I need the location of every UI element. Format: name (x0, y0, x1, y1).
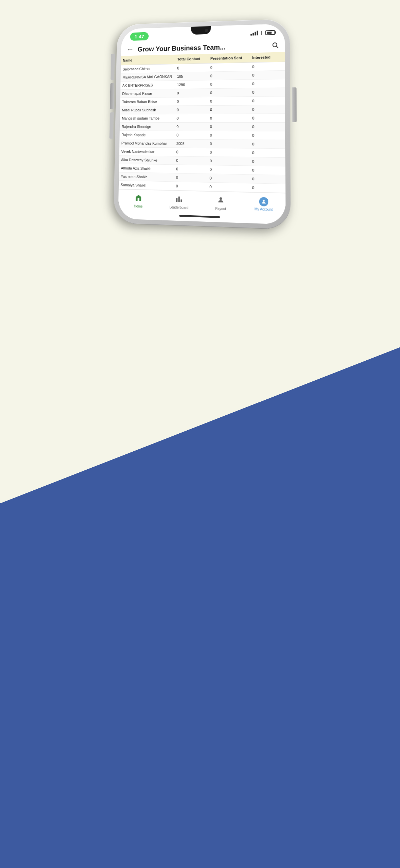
signal-icon (250, 31, 258, 36)
cell-interested: 0 (250, 96, 285, 105)
nav-leaderboard[interactable]: Leaderboard (158, 193, 199, 212)
cell-presentation-sent: 0 (208, 79, 250, 89)
cell-name: Saiprasad Chitnis (120, 64, 175, 73)
cell-total-contact: 0 (174, 182, 207, 191)
cell-interested: 0 (250, 140, 285, 148)
cell-presentation-sent: 0 (208, 131, 250, 140)
nav-account-label: My Account (254, 207, 272, 212)
svg-rect-3 (176, 198, 177, 202)
wifi-icon: ⌊ (261, 30, 262, 35)
camera-dot (205, 29, 208, 32)
cell-interested: 0 (250, 79, 285, 88)
cell-interested: 0 (250, 166, 285, 175)
cell-total-contact: 0 (174, 156, 208, 165)
cell-name: Rajesh Kapade (119, 131, 174, 139)
cell-presentation-sent: 0 (208, 140, 250, 148)
phone-frame: 1:47 ⌊ (113, 19, 290, 230)
cell-interested: 0 (250, 105, 285, 114)
cell-name: MEHRUNNISA MALGAONKAR (120, 72, 175, 82)
cell-name: Alka Dattatray Salunke (119, 156, 174, 165)
cell-total-contact: 0 (174, 114, 208, 122)
cell-name: AK ENTERPRISES (120, 80, 175, 89)
battery-icon (265, 30, 275, 35)
svg-point-6 (219, 197, 222, 200)
page-title: Grow Your Business Team... (137, 42, 267, 53)
cell-presentation-sent: 0 (207, 174, 250, 183)
nav-leaderboard-label: Leaderboard (169, 205, 188, 210)
cell-name: Yasmeen Shaikh (119, 172, 174, 182)
cell-total-contact: 1290 (175, 80, 208, 89)
status-icons: ⌊ (250, 30, 275, 36)
table-row: Mangesh sudam Tambe 0 0 0 (120, 114, 285, 123)
cell-presentation-sent: 0 (208, 148, 250, 157)
cell-name: Pramod Mohandas Kumbhar (119, 139, 174, 148)
cell-total-contact: 0 (174, 122, 208, 131)
cell-name: Misal Rupali Subhash (120, 106, 174, 114)
nav-payout[interactable]: Payout (199, 194, 242, 213)
col-presentation-sent: Presentation Sent (208, 53, 250, 64)
payout-icon (217, 196, 224, 206)
cell-total-contact: 0 (174, 131, 208, 139)
cell-interested: 0 (250, 148, 285, 158)
nav-home-label: Home (134, 204, 142, 209)
cell-presentation-sent: 0 (208, 122, 250, 131)
cell-interested: 0 (250, 157, 285, 166)
status-time: 1:47 (130, 32, 149, 41)
cell-total-contact: 2008 (174, 139, 208, 148)
cell-name: Sumaiya Shaikh (118, 181, 174, 190)
cell-interested: 0 (250, 175, 285, 184)
cell-name: Tukaram Baban Bhise (120, 97, 175, 106)
nav-my-account[interactable]: My Account (242, 195, 286, 214)
cell-name: Vevek Naniwadeckar (119, 147, 174, 156)
cell-total-contact: 0 (174, 148, 208, 157)
cell-presentation-sent: 0 (208, 97, 250, 106)
cell-interested: 0 (250, 88, 285, 96)
cell-name: Mangesh sudam Tambe (120, 114, 175, 123)
table-row: Rajendra Shendge 0 0 0 (119, 122, 285, 131)
cell-interested: 0 (250, 62, 285, 71)
cell-total-contact: 0 (174, 165, 207, 174)
cell-name: Alhuda Aziz Shaikh (119, 164, 174, 173)
home-bar (179, 215, 220, 218)
svg-rect-2 (137, 198, 139, 201)
cell-presentation-sent: 0 (208, 114, 250, 122)
cell-presentation-sent: 0 (208, 88, 250, 97)
cell-total-contact: 0 (174, 106, 208, 114)
cell-total-contact: 0 (175, 97, 208, 106)
table-row: Rajesh Kapade 0 0 0 (119, 131, 285, 140)
notch (191, 26, 211, 35)
cell-total-contact: 185 (175, 72, 208, 80)
svg-point-7 (263, 200, 265, 202)
table-row: Misal Rupali Subhash 0 0 0 (120, 105, 285, 114)
cell-name: Dhammapal Pawar (120, 89, 175, 98)
search-button[interactable] (271, 41, 279, 50)
data-table: Name Total Contact Presentation Sent Int… (118, 52, 285, 193)
cell-presentation-sent: 0 (208, 62, 250, 72)
col-name: Name (121, 55, 175, 65)
back-button[interactable]: ← (127, 45, 134, 54)
cell-interested: 0 (250, 131, 285, 140)
account-icon (259, 197, 268, 206)
home-icon (135, 194, 142, 203)
phone-device: 1:47 ⌊ (113, 19, 290, 230)
nav-home[interactable]: Home (118, 192, 158, 210)
svg-rect-4 (178, 197, 179, 202)
leaderboard-icon (175, 195, 183, 205)
cell-presentation-sent: 0 (208, 105, 250, 114)
table-row: Tukaram Baban Bhise 0 0 0 (120, 96, 285, 106)
cell-total-contact: 0 (175, 64, 208, 72)
svg-rect-5 (180, 199, 182, 202)
cell-presentation-sent: 0 (208, 157, 250, 166)
svg-point-0 (273, 42, 277, 47)
cell-name: Rajendra Shendge (119, 123, 174, 131)
cell-total-contact: 0 (174, 173, 207, 182)
cell-total-contact: 0 (175, 89, 208, 97)
col-interested: Interested (250, 52, 285, 62)
cell-presentation-sent: 0 (207, 165, 250, 175)
cell-interested: 0 (250, 122, 285, 131)
col-total-contact: Total Contact (175, 54, 208, 64)
svg-line-1 (276, 46, 278, 48)
cell-interested: 0 (250, 114, 285, 123)
nav-payout-label: Payout (215, 207, 226, 211)
cell-interested: 0 (250, 70, 285, 79)
